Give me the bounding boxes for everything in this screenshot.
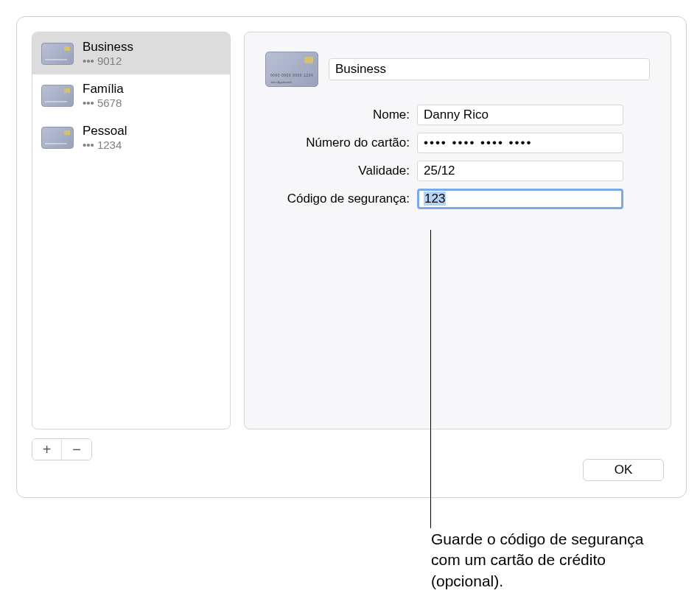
label-name: Nome: <box>265 108 410 122</box>
row-expiry: Validade: 25/12 <box>265 161 650 181</box>
remove-card-button[interactable]: − <box>62 439 91 460</box>
card-title: Business <box>83 40 133 55</box>
ok-button[interactable]: OK <box>583 459 664 481</box>
detail-header: 0000 0000 0000 1234 John Appleseed Busin… <box>265 52 650 87</box>
credit-card-icon-large: 0000 0000 0000 1234 John Appleseed <box>265 52 318 87</box>
sidebar-item-familia[interactable]: Família ••• 5678 <box>32 74 230 116</box>
credit-card-icon <box>41 43 74 65</box>
label-expiry: Validade: <box>265 164 410 178</box>
add-card-button[interactable]: + <box>32 439 62 460</box>
content-area: Business ••• 9012 Família ••• 5678 Pesso… <box>32 32 671 430</box>
sidebar-item-business[interactable]: Business ••• 9012 <box>32 32 230 74</box>
sidebar-item-text: Business ••• 9012 <box>83 40 133 67</box>
selected-text: 123 <box>424 192 446 206</box>
callout-leader-line <box>430 230 431 528</box>
callout-text: Guarde o código de segurança com um cart… <box>431 529 659 592</box>
row-name: Nome: Danny Rico <box>265 105 650 125</box>
card-last4: ••• 5678 <box>83 97 124 109</box>
card-detail-panel: 0000 0000 0000 1234 John Appleseed Busin… <box>244 32 671 430</box>
card-number-field[interactable]: •••• •••• •••• •••• <box>417 133 623 153</box>
sidebar-item-text: Pessoal ••• 1234 <box>83 124 127 151</box>
card-title: Família <box>83 82 124 97</box>
sidebar-item-text: Família ••• 5678 <box>83 82 124 109</box>
label-number: Número do cartão: <box>265 136 410 150</box>
row-cvc: Código de segurança: 123 <box>265 189 650 209</box>
credit-card-icon <box>41 127 74 149</box>
card-title: Pessoal <box>83 124 127 139</box>
security-code-field[interactable]: 123 <box>417 189 623 209</box>
card-last4: ••• 1234 <box>83 139 127 151</box>
card-description-field[interactable]: Business <box>329 58 650 80</box>
card-mini-number: 0000 0000 0000 1234 <box>270 73 313 77</box>
sidebar-item-pessoal[interactable]: Pessoal ••• 1234 <box>32 116 230 158</box>
row-number: Número do cartão: •••• •••• •••• •••• <box>265 133 650 153</box>
autofill-credit-cards-window: Business ••• 9012 Família ••• 5678 Pesso… <box>16 16 687 498</box>
cardholder-name-field[interactable]: Danny Rico <box>417 105 623 125</box>
card-expiry-field[interactable]: 25/12 <box>417 161 623 181</box>
label-cvc: Código de segurança: <box>265 192 410 206</box>
card-list: Business ••• 9012 Família ••• 5678 Pesso… <box>32 32 231 430</box>
add-remove-group: + − <box>32 438 92 460</box>
credit-card-icon <box>41 85 74 107</box>
toolbar-bottom: + − <box>32 438 671 460</box>
form-rows: Nome: Danny Rico Número do cartão: •••• … <box>265 105 650 209</box>
card-mini-name: John Appleseed <box>270 80 291 84</box>
card-last4: ••• 9012 <box>83 55 133 67</box>
